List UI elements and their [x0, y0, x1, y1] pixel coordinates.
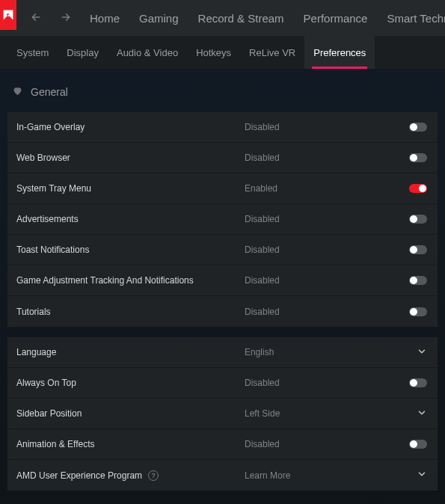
- setting-label: Language: [7, 347, 221, 357]
- settings-row: Animation & EffectsDisabled: [7, 429, 438, 460]
- settings-row: Game Adjustment Tracking And Notificatio…: [7, 265, 438, 296]
- main-nav-item-home[interactable]: Home: [90, 12, 120, 25]
- toggle-tutorials[interactable]: [409, 307, 427, 316]
- nav-arrows: [16, 11, 85, 25]
- toggle-in-game-overlay[interactable]: [409, 123, 427, 132]
- setting-value: Disabled: [221, 439, 403, 449]
- setting-value: Disabled: [221, 307, 403, 317]
- setting-label: Advertisements: [7, 214, 221, 224]
- setting-value: Disabled: [221, 214, 403, 224]
- tab-hotkeys[interactable]: Hotkeys: [187, 36, 240, 69]
- forward-arrow-icon[interactable]: [60, 11, 72, 25]
- setting-label: Toast Notifications: [7, 245, 221, 255]
- settings-group: LanguageEnglishAlways On TopDisabledSide…: [7, 337, 438, 491]
- toggle-animation-effects[interactable]: [409, 440, 427, 449]
- toggle-toast-notifications[interactable]: [409, 245, 427, 254]
- settings-row: AMD User Experience Program?Learn More: [7, 460, 438, 491]
- setting-label: AMD User Experience Program?: [7, 470, 221, 481]
- back-arrow-icon[interactable]: [30, 11, 42, 25]
- main-nav: HomeGamingRecord & StreamPerformanceSmar…: [85, 12, 445, 25]
- top-bar: HomeGamingRecord & StreamPerformanceSmar…: [0, 0, 445, 36]
- main-nav-item-performance[interactable]: Performance: [304, 12, 368, 25]
- tab-preferences[interactable]: Preferences: [304, 36, 375, 69]
- setting-value: Enabled: [221, 183, 403, 194]
- setting-value: Disabled: [221, 245, 403, 255]
- settings-row: Sidebar PositionLeft Side: [7, 399, 438, 429]
- main-nav-item-gaming[interactable]: Gaming: [139, 12, 179, 25]
- main-nav-item-smart-technology[interactable]: Smart Technology: [387, 12, 445, 25]
- tab-system[interactable]: System: [7, 36, 58, 69]
- toggle-always-on-top[interactable]: [409, 378, 427, 387]
- help-icon[interactable]: ?: [148, 470, 159, 481]
- settings-row: System Tray MenuEnabled: [7, 173, 438, 204]
- chevron-down-icon[interactable]: [417, 469, 427, 482]
- settings-row: TutorialsDisabled: [7, 296, 438, 327]
- setting-label: System Tray Menu: [7, 183, 221, 194]
- setting-label: Animation & Effects: [7, 439, 221, 449]
- toggle-game-adjustment-tracking-and-notifications[interactable]: [409, 276, 427, 285]
- setting-label: In-Game Overlay: [7, 122, 221, 132]
- chevron-down-icon[interactable]: [417, 346, 427, 359]
- main-nav-item-record-stream[interactable]: Record & Stream: [198, 12, 284, 25]
- chevron-down-icon[interactable]: [417, 408, 427, 420]
- tab-display[interactable]: Display: [58, 36, 108, 69]
- setting-label: Always On Top: [7, 378, 221, 388]
- settings-row: LanguageEnglish: [7, 337, 438, 368]
- settings-row: Toast NotificationsDisabled: [7, 235, 438, 265]
- setting-label: Web Browser: [7, 153, 221, 163]
- settings-row: AdvertisementsDisabled: [7, 204, 438, 235]
- toggle-advertisements[interactable]: [409, 215, 427, 224]
- heart-icon[interactable]: [12, 85, 23, 99]
- section-title: General: [31, 86, 68, 98]
- amd-logo-icon: [0, 7, 16, 23]
- setting-label: Game Adjustment Tracking And Notificatio…: [7, 275, 221, 286]
- section-header: General: [7, 78, 438, 112]
- setting-value: Disabled: [221, 275, 403, 286]
- tab-relive-vr[interactable]: ReLive VR: [240, 36, 304, 69]
- settings-row: Web BrowserDisabled: [7, 143, 438, 173]
- toggle-system-tray-menu[interactable]: [409, 184, 427, 193]
- toggle-web-browser[interactable]: [409, 153, 427, 162]
- setting-value: Disabled: [221, 378, 403, 388]
- settings-group: In-Game OverlayDisabledWeb BrowserDisabl…: [7, 112, 438, 327]
- content-area: General In-Game OverlayDisabledWeb Brows…: [0, 69, 445, 504]
- setting-value: English: [221, 347, 403, 357]
- tab-audio-video[interactable]: Audio & Video: [108, 36, 187, 69]
- settings-row: In-Game OverlayDisabled: [7, 112, 438, 143]
- setting-value: Disabled: [221, 122, 403, 132]
- settings-row: Always On TopDisabled: [7, 368, 438, 399]
- setting-value: Learn More: [221, 470, 403, 481]
- sub-nav: SystemDisplayAudio & VideoHotkeysReLive …: [0, 36, 445, 69]
- setting-value: Left Side: [221, 408, 403, 419]
- setting-value: Disabled: [221, 153, 403, 163]
- setting-label: Tutorials: [7, 307, 221, 317]
- amd-logo[interactable]: [0, 0, 16, 30]
- setting-label: Sidebar Position: [7, 408, 221, 419]
